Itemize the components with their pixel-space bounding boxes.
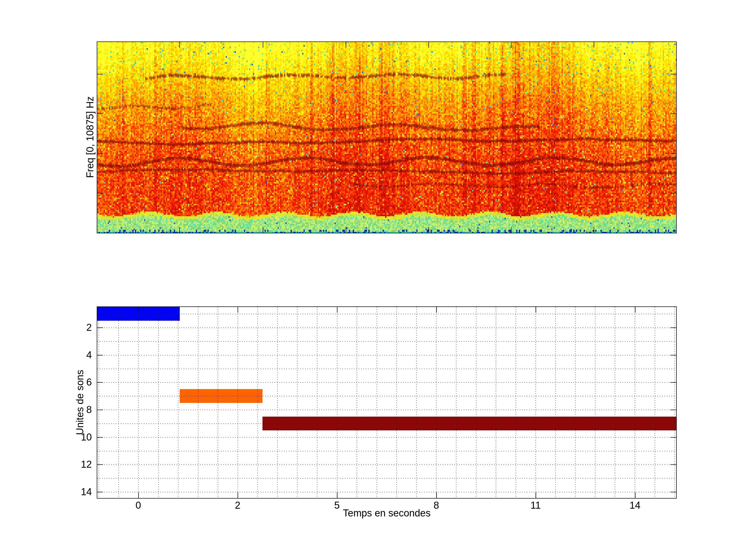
- spectrogram-x-tick: [263, 227, 263, 233]
- y-tick-label: 10: [67, 431, 92, 443]
- spectrogram-x-tick: [429, 227, 429, 233]
- x-tick-label: 14: [629, 500, 640, 511]
- timeline-y-tick: [97, 437, 103, 437]
- horizontal-gridline: [97, 423, 676, 424]
- spectrogram-x-tick: [346, 42, 346, 48]
- horizontal-gridline: [97, 464, 676, 465]
- horizontal-gridline: [97, 382, 676, 383]
- y-tick-label: 6: [67, 377, 92, 388]
- vertical-gridline: [416, 307, 417, 498]
- timeline-y-tick: [97, 382, 103, 383]
- horizontal-gridline: [97, 396, 676, 396]
- timeline-y-tick: [670, 464, 676, 465]
- x-tick-label: 8: [433, 500, 439, 511]
- matlab-figure: Freq [0, 10875] Hz Unites de sons Temps …: [0, 0, 747, 560]
- spectrogram-x-tick: [179, 227, 180, 233]
- vertical-gridline: [516, 307, 516, 498]
- vertical-gridline: [595, 307, 595, 498]
- timeline-x-tick: [138, 492, 139, 498]
- horizontal-gridline: [97, 478, 676, 479]
- horizontal-gridline: [97, 492, 676, 492]
- timeline-x-tick: [337, 307, 337, 313]
- spectrogram-x-tick: [511, 227, 512, 233]
- vertical-gridline: [217, 307, 218, 498]
- vertical-gridline: [317, 307, 317, 498]
- horizontal-gridline: [97, 369, 676, 369]
- timeline-x-tick: [536, 492, 536, 498]
- horizontal-gridline: [97, 327, 676, 328]
- horizontal-gridline: [97, 437, 676, 437]
- vertical-gridline: [436, 307, 437, 498]
- timeline-x-tick: [536, 307, 536, 313]
- vertical-gridline: [178, 307, 178, 498]
- vertical-gridline: [496, 307, 496, 498]
- vertical-gridline: [357, 307, 357, 498]
- x-tick-label: 5: [334, 500, 339, 511]
- horizontal-gridline: [97, 341, 676, 342]
- y-tick-label: 2: [67, 322, 92, 333]
- horizontal-gridline: [97, 451, 676, 451]
- timeline-y-tick: [670, 410, 676, 410]
- x-tick-label: 11: [531, 500, 541, 511]
- timeline-y-tick: [670, 327, 676, 328]
- spectrogram-y-axis-label: Freq [0, 10875] Hz: [84, 97, 96, 178]
- spectrogram-heatmap: [97, 42, 676, 233]
- timeline-y-tick: [97, 410, 103, 410]
- sound-units-axes: [97, 306, 677, 499]
- vertical-gridline: [575, 307, 575, 498]
- vertical-gridline: [555, 307, 556, 498]
- spectrogram-axes: [97, 42, 677, 233]
- vertical-gridline: [118, 307, 119, 498]
- timeline-y-tick: [97, 464, 103, 465]
- vertical-gridline: [99, 307, 99, 498]
- y-tick-label: 4: [67, 349, 92, 361]
- y-tick-label: 8: [67, 404, 92, 415]
- timeline-y-tick: [97, 492, 103, 492]
- vertical-gridline: [476, 307, 476, 498]
- spectrogram-x-tick: [511, 42, 512, 48]
- vertical-gridline: [535, 307, 536, 498]
- spectrogram-y-tick: [670, 193, 676, 193]
- vertical-gridline: [396, 307, 397, 498]
- timeline-x-tick: [238, 307, 238, 313]
- x-tick-label: 0: [135, 500, 141, 511]
- spectrogram-y-tick: [97, 153, 103, 154]
- horizontal-gridline: [97, 314, 676, 314]
- timeline-y-tick: [97, 355, 103, 355]
- spectrogram-y-tick: [670, 74, 676, 74]
- timeline-y-tick: [670, 355, 676, 355]
- vertical-gridline: [456, 307, 457, 498]
- timeline-x-tick: [436, 307, 437, 313]
- x-tick-label: 2: [235, 500, 240, 511]
- timeline-x-axis-label: Temps en secondes: [343, 508, 431, 519]
- vertical-gridline: [198, 307, 199, 498]
- vertical-gridline: [615, 307, 615, 498]
- timeline-y-tick: [670, 382, 676, 383]
- vertical-gridline: [238, 307, 238, 498]
- timeline-x-tick: [337, 492, 337, 498]
- spectrogram-x-tick: [594, 42, 594, 48]
- spectrogram-y-tick: [97, 74, 103, 74]
- timeline-x-tick: [635, 492, 636, 498]
- y-tick-label: 12: [67, 459, 92, 470]
- spectrogram-x-tick: [263, 42, 263, 48]
- vertical-gridline: [138, 307, 139, 498]
- timeline-x-tick: [138, 307, 139, 313]
- spectrogram-y-tick: [670, 113, 676, 114]
- horizontal-gridline: [97, 355, 676, 355]
- spectrogram-y-tick: [670, 153, 676, 154]
- horizontal-gridline: [97, 410, 676, 410]
- spectrogram-x-tick: [179, 42, 180, 48]
- vertical-gridline: [377, 307, 377, 498]
- spectrogram-x-tick: [429, 42, 429, 48]
- spectrogram-x-tick: [594, 227, 594, 233]
- timeline-x-tick: [436, 492, 437, 498]
- vertical-gridline: [158, 307, 159, 498]
- timeline-y-tick: [670, 492, 676, 492]
- spectrogram-y-tick: [97, 113, 103, 114]
- vertical-gridline: [277, 307, 278, 498]
- y-tick-label: 14: [67, 486, 92, 497]
- vertical-gridline: [337, 307, 337, 498]
- timeline-y-tick: [670, 437, 676, 437]
- vertical-gridline: [674, 307, 675, 498]
